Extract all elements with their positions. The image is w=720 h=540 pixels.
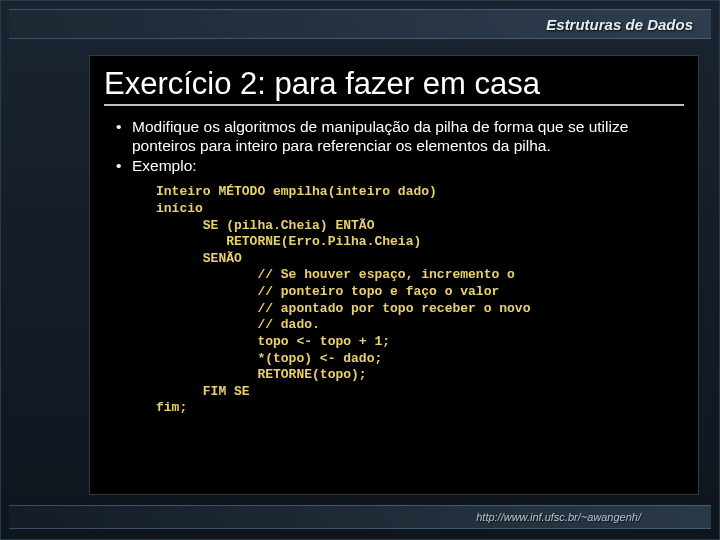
slide-title: Exercício 2: para fazer em casa [104,66,684,106]
footer-url: http://www.inf.ufsc.br/~awangenh/ [476,511,641,523]
header-title: Estruturas de Dados [546,16,693,33]
bullet-item: Exemplo: [116,157,684,176]
content-box: Exercício 2: para fazer em casa Modifiqu… [89,55,699,495]
bullet-item: Modifique os algoritmos de manipulação d… [116,118,684,156]
bullet-list: Modifique os algoritmos de manipulação d… [104,118,684,177]
code-block: Inteiro MÉTODO empilha(inteiro dado) iní… [104,182,684,417]
slide: Estruturas de Dados Exercício 2: para fa… [0,0,720,540]
header-bar: Estruturas de Dados [9,9,711,39]
footer-bar: http://www.inf.ufsc.br/~awangenh/ [9,505,711,529]
